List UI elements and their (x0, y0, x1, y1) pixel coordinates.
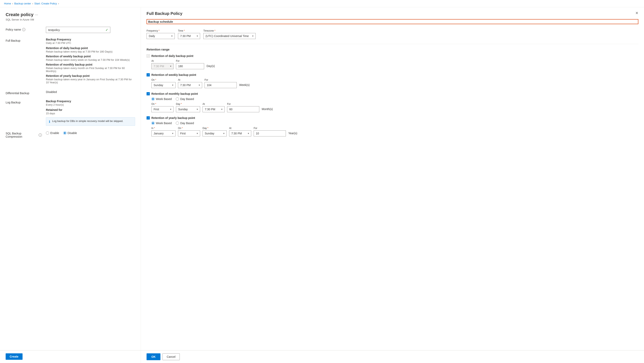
monthly-week-based-option[interactable]: Week Based (152, 97, 172, 101)
monthly-day-based-label: Day Based (180, 97, 194, 101)
policy-name-info-icon[interactable]: i (22, 28, 25, 31)
monthly-week-based-radio[interactable] (152, 97, 154, 101)
breadcrumb-start-create[interactable]: Start: Create Policy (34, 2, 57, 5)
yearly-week-based-option[interactable]: Week Based (152, 121, 172, 125)
monthly-unit: Month(s) (262, 107, 273, 112)
weekly-for-input[interactable] (204, 82, 237, 88)
retention-daily-title: Retention of daily backup point (46, 46, 135, 50)
breadcrumb: Home › Backup center › Start: Create Pol… (0, 0, 644, 7)
monthly-retention-checkbox[interactable] (146, 92, 150, 95)
yearly-on-dropdown[interactable]: First ▾ (178, 130, 200, 136)
info-box-text: Log backup for DBs in simple recovery mo… (52, 119, 123, 123)
time-dropdown-arrow: ▾ (197, 35, 198, 37)
retention-weekly-title: Retention of weekly backup point (46, 55, 135, 58)
yearly-week-based-radio[interactable] (152, 121, 154, 125)
yearly-for-input[interactable] (254, 130, 286, 136)
yearly-in-label: In (152, 127, 154, 130)
log-backup-freq-detail: Every 2 hour(s) (46, 103, 135, 106)
monthly-day-label: Day (176, 103, 180, 105)
weekly-retention-label: Retention of weekly backup point (152, 73, 196, 76)
breadcrumb-home[interactable]: Home (4, 2, 11, 5)
page-subtitle: SQL Server in Azure VM (6, 18, 135, 21)
weekly-on-dropdown[interactable]: Sunday ▾ (152, 82, 176, 88)
yearly-retention-block: Retention of yearly backup point Week Ba… (146, 116, 638, 136)
yearly-at-label: At (229, 127, 231, 130)
panel-title: Full Backup Policy (146, 11, 182, 16)
page-title: Create policy (6, 12, 34, 17)
create-button[interactable]: Create (6, 353, 22, 360)
timezone-dropdown[interactable]: (UTC) Coordinated Universal Time ▾ (203, 33, 256, 39)
compression-enable-option[interactable]: Enable (46, 131, 59, 135)
compression-disable-radio[interactable] (63, 131, 66, 135)
frequency-dropdown-arrow: ▾ (171, 35, 172, 37)
retention-monthly-desc: Retain backup taken every month on First… (46, 67, 135, 73)
retention-daily-desc: Retain backup taken every day at 7:30 PM… (46, 50, 135, 53)
timezone-dropdown-arrow: ▾ (252, 35, 254, 37)
info-box-icon: ℹ (49, 120, 50, 124)
monthly-day-dropdown[interactable]: Sunday ▾ (176, 106, 200, 112)
frequency-label: Frequency (146, 29, 158, 32)
weekly-unit: Week(s) (239, 83, 250, 88)
breadcrumb-backup-center[interactable]: Backup center (14, 2, 31, 5)
weekly-at-dropdown[interactable]: 7:30 PM ▾ (178, 82, 202, 88)
monthly-retention-label: Retention of monthly backup point (152, 92, 198, 95)
log-backup-retained-detail: 15 days (46, 112, 135, 115)
monthly-at-label: At (202, 103, 205, 105)
retention-monthly-title: Retention of monthly backup point (46, 63, 135, 66)
full-backup-label: Full Backup (6, 39, 20, 42)
more-options-icon[interactable]: ··· (35, 13, 38, 17)
time-dropdown[interactable]: 7:30 PM ▾ (178, 33, 200, 39)
yearly-in-dropdown[interactable]: January ▾ (152, 130, 176, 136)
yearly-for-label: For (254, 127, 257, 130)
monthly-at-dropdown[interactable]: 7:30 PM ▾ (202, 106, 225, 112)
differential-backup-label: Differential Backup (6, 91, 29, 95)
compression-disable-option[interactable]: Disable (63, 131, 77, 135)
daily-at-label: At (152, 59, 154, 62)
weekly-at-label: At (178, 78, 180, 81)
compression-enable-label: Enable (50, 131, 59, 135)
log-backup-retained-title: Retained for (46, 108, 135, 111)
monthly-week-based-label: Week Based (156, 97, 172, 101)
daily-retention-block: Retention of daily backup point At 7:30 … (146, 54, 638, 69)
retention-yearly-title: Retention of yearly backup point (46, 74, 135, 77)
yearly-at-dropdown[interactable]: 7:30 PM ▾ (229, 130, 251, 136)
frequency-dropdown[interactable]: Daily ▾ (146, 33, 175, 39)
close-button[interactable]: ✕ (635, 11, 638, 15)
daily-at-dropdown: 7:30 PM ▾ (152, 63, 174, 69)
compression-disable-label: Disable (68, 131, 77, 135)
sql-compression-info-icon[interactable]: i (39, 133, 42, 137)
right-panel: Full Backup Policy ✕ Backup schedule Fre… (141, 7, 644, 350)
daily-for-label: For (176, 59, 180, 62)
yearly-day-based-option[interactable]: Day Based (176, 121, 194, 125)
retention-yearly-desc: Retain backup taken every year in Januar… (46, 78, 135, 84)
yearly-retention-checkbox[interactable] (146, 116, 150, 119)
cancel-button[interactable]: Cancel (162, 353, 180, 360)
monthly-on-dropdown[interactable]: First ▾ (152, 106, 174, 112)
weekly-for-label: For (204, 78, 208, 81)
yearly-unit: Year(s) (288, 132, 297, 136)
yearly-on-label: On (178, 127, 181, 130)
retention-range-title: Retention range (146, 48, 638, 51)
left-panel: Create policy ··· SQL Server in Azure VM… (0, 7, 141, 350)
monthly-for-label: For (227, 103, 231, 105)
log-backup-freq-title: Backup Frequency (46, 100, 135, 103)
ok-button[interactable]: OK (146, 353, 160, 360)
yearly-day-based-radio[interactable] (176, 121, 179, 125)
backup-schedule-header: Backup schedule (146, 19, 638, 24)
yearly-retention-label: Retention of yearly backup point (152, 116, 195, 119)
yearly-day-dropdown[interactable]: Sunday ▾ (202, 130, 227, 136)
monthly-day-based-option[interactable]: Day Based (176, 97, 194, 101)
weekly-retention-checkbox[interactable] (146, 73, 150, 76)
policy-name-input[interactable]: testpolicy ✓ (46, 27, 110, 33)
weekly-retention-block: Retention of weekly backup point On * Su… (146, 73, 638, 88)
yearly-day-label: Day (202, 127, 207, 130)
retention-weekly-desc: Retain backup taken every week on Sunday… (46, 58, 135, 61)
monthly-day-based-radio[interactable] (176, 97, 179, 101)
daily-for-input[interactable] (176, 63, 204, 69)
monthly-retention-block: Retention of monthly backup point Week B… (146, 92, 638, 112)
policy-name-check-icon: ✓ (106, 28, 108, 32)
daily-retention-checkbox[interactable] (146, 54, 150, 57)
yearly-day-based-label: Day Based (180, 121, 194, 125)
monthly-for-input[interactable] (227, 106, 259, 112)
compression-enable-radio[interactable] (46, 131, 49, 135)
